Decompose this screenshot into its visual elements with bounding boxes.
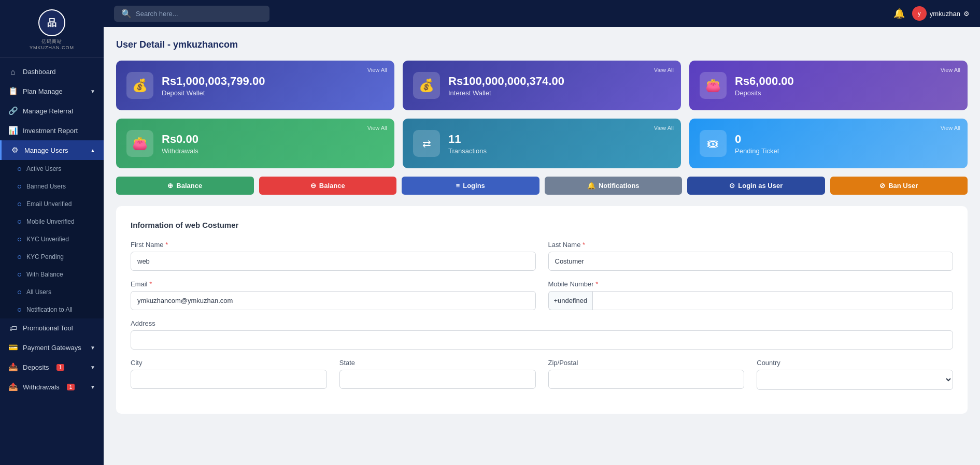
sidebar-label-users: Manage Users — [24, 147, 68, 154]
sidebar-item-kyc-pending[interactable]: KYC Pending — [0, 248, 104, 266]
state-group: State — [339, 359, 536, 390]
sidebar-item-banned-users[interactable]: Banned Users — [0, 178, 104, 195]
action-row: ⊕ Balance ⊖ Balance ≡ Logins 🔔 Notificat… — [116, 177, 968, 195]
stat-card-pending-ticket: 🎟 0 Pending Ticket View All — [689, 119, 968, 168]
dot-icon — [18, 290, 21, 294]
topbar-user[interactable]: y ymkuzhan ⚙ — [912, 6, 970, 21]
ticket-view-all[interactable]: View All — [941, 125, 960, 131]
sidebar-item-manage-users[interactable]: ⚙ Manage Users ▲ — [0, 140, 104, 160]
notification-bell[interactable]: 🔔 — [893, 8, 905, 19]
withdrawals-stat-view-all[interactable]: View All — [367, 125, 387, 131]
label-kyc-pending: KYC Pending — [26, 253, 64, 260]
promo-icon: 🏷 — [8, 324, 18, 332]
logins-icon: ≡ — [456, 182, 460, 190]
deposit-wallet-amount: Rs1,000,003,799.00 — [162, 75, 384, 88]
zip-input[interactable] — [548, 370, 745, 389]
form-section: Information of web Costumer First Name *… — [116, 206, 968, 414]
sidebar-nav: ⌂ Dashboard 📋 Plan Manage ▼ 🔗 Manage Ref… — [0, 58, 104, 465]
sidebar-label-investment: Investment Report — [23, 127, 78, 135]
sidebar-item-payment-gateways[interactable]: 💳 Payment Gateways ▼ — [0, 338, 104, 357]
country-select[interactable] — [757, 370, 953, 390]
payment-arrow: ▼ — [90, 345, 95, 351]
search-icon: 🔍 — [121, 9, 132, 19]
city-input[interactable] — [131, 370, 327, 389]
sidebar-item-all-users[interactable]: All Users — [0, 283, 104, 301]
notifications-button[interactable]: 🔔 Notifications — [545, 177, 683, 195]
last-name-input[interactable] — [548, 252, 954, 271]
deposits-arrow: ▼ — [90, 365, 95, 370]
sidebar-label-payment: Payment Gateways — [23, 344, 81, 352]
label-with-balance: With Balance — [26, 271, 63, 278]
content-area: User Detail - ymkuzhancom 💰 Rs1,000,003,… — [104, 27, 980, 465]
label-kyc-unverified: KYC Unverified — [26, 236, 69, 243]
sidebar-item-active-users[interactable]: Active Users — [0, 160, 104, 178]
form-section-title: Information of web Costumer — [131, 221, 953, 229]
sidebar-item-with-balance[interactable]: With Balance — [0, 266, 104, 283]
sidebar-item-manage-referral[interactable]: 🔗 Manage Referral — [0, 101, 104, 121]
withdrawals-icon: 📤 — [8, 382, 18, 391]
email-group: Email * — [131, 280, 536, 310]
interest-wallet-amount: Rs100,000,000,374.00 — [448, 75, 671, 88]
add-balance-button[interactable]: ⊕ Balance — [116, 177, 254, 195]
sidebar-item-dashboard[interactable]: ⌂ Dashboard — [0, 62, 104, 81]
sidebar-item-mobile-unverified[interactable]: Mobile Unverified — [0, 213, 104, 230]
stat-card-transactions: ⇄ 11 Transactions View All — [403, 119, 681, 168]
first-name-input[interactable] — [131, 252, 536, 271]
phone-input-wrap: +undefined — [548, 291, 954, 310]
sidebar-item-plan-manage[interactable]: 📋 Plan Manage ▼ — [0, 81, 104, 101]
deposit-wallet-view-all[interactable]: View All — [367, 67, 387, 73]
email-input[interactable] — [131, 291, 536, 310]
user-chevron-icon: ⚙ — [963, 10, 970, 18]
city-group: City — [131, 359, 327, 390]
search-bar[interactable]: 🔍 — [114, 6, 269, 22]
transactions-view-all[interactable]: View All — [654, 125, 674, 131]
deposits-stat-view-all[interactable]: View All — [941, 67, 960, 73]
login-as-user-button[interactable]: ⊙ Login as User — [687, 177, 825, 195]
country-label: Country — [757, 359, 953, 367]
transactions-icon: ⇄ — [413, 130, 440, 157]
label-active-users: Active Users — [26, 165, 61, 172]
notif-icon: 🔔 — [587, 182, 595, 190]
plan-icon: 📋 — [8, 86, 18, 96]
sidebar-item-promotional-tool[interactable]: 🏷 Promotional Tool — [0, 318, 104, 338]
mobile-input[interactable] — [592, 291, 953, 310]
city-label: City — [131, 359, 327, 367]
sidebar-item-deposits[interactable]: 📥 Deposits 1 ▼ — [0, 357, 104, 377]
logo-sub: YMKUZHAN.COM — [30, 45, 74, 50]
address-group: Address — [131, 319, 953, 350]
deposit-wallet-icon: 💰 — [126, 72, 153, 99]
sub-icon: ⊖ — [310, 182, 316, 190]
transactions-amount: 11 — [448, 133, 671, 146]
plan-arrow: ▼ — [90, 89, 95, 94]
report-icon: 📊 — [8, 126, 18, 135]
sidebar-item-notification-all[interactable]: Notification to All — [0, 301, 104, 318]
address-input[interactable] — [131, 330, 953, 350]
sidebar-item-email-unverified[interactable]: Email Unverified — [0, 195, 104, 213]
state-input[interactable] — [339, 370, 536, 389]
logins-button[interactable]: ≡ Logins — [402, 177, 539, 195]
stat-row-2: 👛 Rs0.00 Withdrawals View All ⇄ 11 Trans… — [116, 119, 968, 168]
form-row-email: Email * Mobile Number * +undefined — [131, 280, 953, 310]
search-input[interactable] — [136, 10, 262, 18]
stat-card-deposit-wallet: 💰 Rs1,000,003,799.00 Deposit Wallet View… — [116, 61, 394, 110]
sidebar-label-deposits: Deposits — [23, 364, 49, 371]
dot-icon — [18, 167, 21, 171]
form-row-address: Address — [131, 319, 953, 350]
sidebar-item-investment-report[interactable]: 📊 Investment Report — [0, 121, 104, 140]
dot-icon — [18, 185, 21, 188]
sub-nav-users: Active Users Banned Users Email Unverifi… — [0, 160, 104, 318]
ticket-amount: 0 — [735, 133, 957, 146]
email-label: Email * — [131, 280, 536, 288]
dot-icon — [18, 308, 21, 312]
users-icon: ⚙ — [10, 146, 19, 155]
withdrawals-stat-icon: 👛 — [126, 130, 153, 157]
sidebar-item-withdrawals[interactable]: 📤 Withdrawals 1 ▼ — [0, 377, 104, 397]
sub-balance-button[interactable]: ⊖ Balance — [259, 177, 397, 195]
sidebar-item-kyc-unverified[interactable]: KYC Unverified — [0, 230, 104, 248]
payment-icon: 💳 — [8, 343, 18, 352]
ban-user-button[interactable]: ⊘ Ban User — [830, 177, 968, 195]
label-notification-all: Notification to All — [26, 306, 73, 313]
interest-wallet-view-all[interactable]: View All — [654, 67, 674, 73]
deposits-stat-amount: Rs6,000.00 — [735, 75, 957, 88]
page-title: User Detail - ymkuzhancom — [116, 39, 968, 50]
